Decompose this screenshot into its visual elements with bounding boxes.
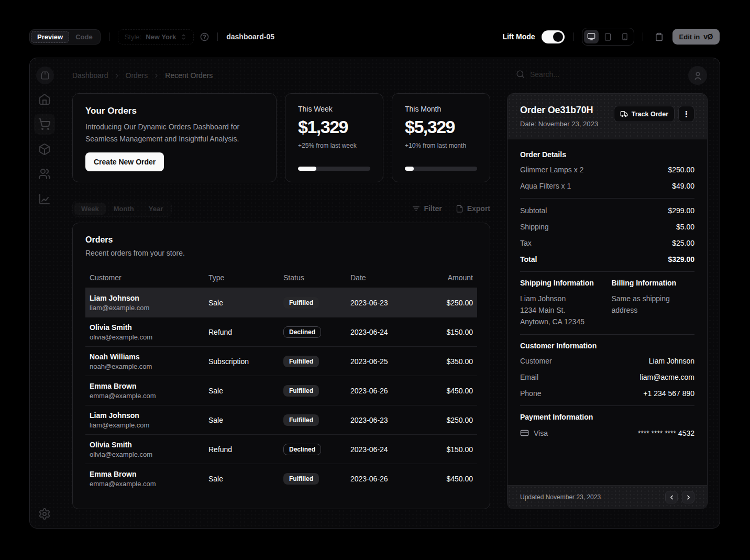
tab-year[interactable]: Year (142, 203, 170, 215)
info-value: liam@acme.com (640, 372, 694, 382)
sidebar-item-analytics[interactable] (38, 193, 51, 205)
order-amount: $150.00 (418, 445, 477, 454)
order-panel-header: Order Oe31b70H Date: November 23, 2023 T… (508, 94, 707, 139)
order-date: 2023-06-24 (346, 328, 418, 336)
item-name: Glimmer Lamps x 2 (520, 164, 583, 175)
orders-table: Customer Type Status Date Amount Liam Jo… (85, 267, 477, 493)
status-badge: Fulfilled (283, 297, 319, 309)
customer-row: Customer Liam Johnson (520, 356, 694, 366)
monitor-icon[interactable] (584, 30, 599, 43)
email-row: Email liam@acme.com (520, 372, 694, 382)
customer-email: emma@example.com (90, 480, 200, 488)
style-value: New York (146, 33, 176, 41)
chevron-right-icon (153, 72, 160, 79)
col-customer: Customer (85, 273, 204, 282)
tab-month[interactable]: Month (107, 203, 141, 215)
sidebar-item-orders[interactable] (38, 118, 51, 130)
filter-button[interactable]: Filter (412, 204, 442, 213)
toolbar-divider (109, 32, 109, 41)
table-row[interactable]: Emma Brownemma@example.com Sale Fulfille… (85, 376, 477, 405)
toolbar-divider (573, 32, 573, 41)
breadcrumb-orders[interactable]: Orders (126, 71, 148, 80)
user-avatar[interactable] (688, 66, 707, 85)
stat-card-week: This Week $1,329 +25% from last week (285, 93, 383, 182)
customer-email: olivia@example.com (90, 451, 200, 458)
table-row[interactable]: Noah Williamsnoah@example.com Subscripti… (85, 347, 477, 376)
edit-in-label: Edit in (679, 33, 700, 41)
col-date: Date (346, 273, 418, 282)
toggle-knob (553, 32, 563, 42)
stat-delta: +10% from last month (405, 142, 477, 149)
track-order-button[interactable]: Track Order (614, 106, 675, 122)
customer-email: liam@example.com (90, 421, 200, 429)
search-input[interactable] (530, 70, 661, 79)
shipping-address: Liam Johnson 1234 Main St. Anytown, CA 1… (520, 293, 603, 327)
customer-email: olivia@example.com (90, 333, 200, 341)
table-row[interactable]: Olivia Smitholivia@example.com Refund De… (85, 435, 477, 464)
settings-gear-icon (38, 508, 51, 520)
sidebar-item-home[interactable] (38, 93, 51, 105)
status-badge: Fulfilled (283, 473, 319, 485)
clipboard-icon[interactable] (652, 29, 667, 45)
order-type: Sale (204, 416, 279, 424)
info-value: Liam Johnson (649, 356, 694, 366)
toolbar-divider (643, 32, 643, 41)
style-select[interactable]: Style: New York (118, 29, 194, 45)
order-date: 2023-06-26 (346, 387, 418, 395)
order-date: 2023-06-24 (346, 445, 418, 454)
item-amount: $49.00 (672, 181, 694, 191)
sidebar-item-settings[interactable] (38, 508, 51, 520)
item-name: Aqua Filters x 1 (520, 181, 571, 191)
lift-mode-toggle[interactable] (542, 30, 565, 43)
table-row[interactable]: Liam Johnsonliam@example.com Sale Fulfil… (85, 288, 477, 317)
smartphone-icon[interactable] (617, 30, 632, 43)
order-amount: $450.00 (418, 387, 477, 395)
order-type: Refund (204, 445, 279, 454)
divider (520, 271, 694, 272)
help-circle-icon[interactable] (200, 32, 209, 41)
order-details-heading: Order Details (520, 150, 694, 159)
table-row[interactable]: Liam Johnsonliam@example.com Sale Fulfil… (85, 405, 477, 435)
previous-order-button[interactable] (665, 491, 678, 503)
file-icon (456, 205, 464, 213)
table-row[interactable]: Emma Brownemma@example.com Sale Fulfille… (85, 464, 477, 493)
home-icon (38, 93, 51, 105)
page-title: dashboard-05 (226, 32, 274, 41)
total-amount: $25.00 (672, 238, 694, 248)
customer-email: emma@example.com (90, 392, 200, 400)
order-item: Glimmer Lamps x 2 $250.00 (520, 164, 694, 175)
next-order-button[interactable] (682, 491, 694, 503)
search-field[interactable] (516, 70, 673, 79)
order-panel-body: Order Details Glimmer Lamps x 2 $250.00 … (508, 139, 707, 485)
customer-info-heading: Customer Information (520, 342, 694, 350)
order-type: Sale (204, 387, 279, 395)
tab-week[interactable]: Week (74, 203, 106, 215)
status-badge: Fulfilled (283, 414, 319, 426)
tablet-icon[interactable] (601, 30, 615, 43)
export-button[interactable]: Export (456, 204, 490, 213)
customer-name: Emma Brown (90, 470, 200, 478)
total-label: Shipping (520, 222, 549, 232)
app-logo[interactable] (36, 67, 54, 84)
sidebar-item-customers[interactable] (38, 168, 51, 180)
shipping-info-heading: Shipping Information (520, 279, 603, 287)
breadcrumb-dashboard[interactable]: Dashboard (72, 71, 108, 80)
promo-title: Your Orders (85, 106, 263, 116)
orders-title: Orders (85, 235, 477, 245)
table-row[interactable]: Olivia Smitholivia@example.com Refund De… (85, 317, 477, 347)
table-header: Customer Type Status Date Amount (85, 267, 477, 288)
order-date-label: Date: November 23, 2023 (520, 120, 598, 128)
more-menu-button[interactable]: ⋮ (678, 106, 694, 122)
truck-icon (620, 110, 628, 118)
col-status: Status (279, 273, 346, 282)
customer-name: Emma Brown (90, 382, 200, 390)
tab-code[interactable]: Code (69, 31, 99, 43)
tab-preview[interactable]: Preview (31, 31, 69, 43)
order-amount: $350.00 (418, 357, 477, 366)
order-date: 2023-06-26 (346, 475, 418, 483)
col-amount: Amount (418, 273, 477, 282)
sidebar-item-products[interactable] (38, 143, 51, 156)
dashboard-preview: Dashboard Orders Recent Orders Your Orde… (29, 58, 720, 529)
create-new-order-button[interactable]: Create New Order (85, 152, 164, 171)
edit-in-v0-button[interactable]: Edit in vØ (672, 29, 720, 45)
